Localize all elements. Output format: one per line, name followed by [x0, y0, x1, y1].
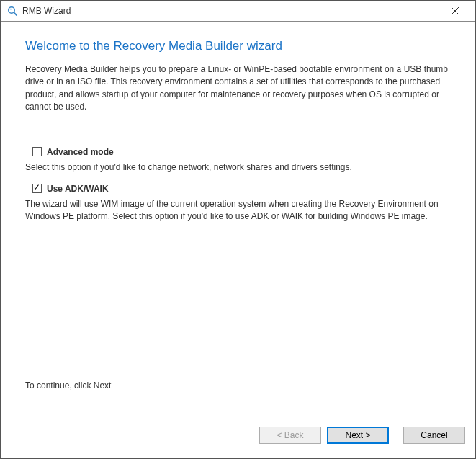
adk-waik-row[interactable]: Use ADK/WAIK [32, 184, 451, 194]
close-button[interactable] [441, 1, 470, 21]
footer: < Back Next > Cancel [1, 411, 475, 458]
app-icon [6, 5, 18, 17]
continue-hint: To continue, click Next [25, 380, 111, 391]
advanced-mode-option: Advanced mode Select this option if you'… [32, 147, 451, 174]
adk-waik-checkbox[interactable] [32, 184, 42, 193]
adk-waik-option: Use ADK/WAIK The wizard will use WIM ima… [32, 184, 451, 223]
adk-waik-description: The wizard will use WIM image of the cur… [25, 198, 451, 223]
adk-waik-label: Use ADK/WAIK [47, 184, 109, 194]
titlebar: RMB Wizard [1, 1, 475, 22]
svg-point-2 [10, 9, 12, 11]
advanced-mode-description: Select this option if you'd like to chan… [25, 161, 451, 174]
cancel-button[interactable]: Cancel [403, 427, 465, 444]
window-title: RMB Wizard [22, 6, 441, 16]
back-button[interactable]: < Back [259, 427, 321, 444]
next-button[interactable]: Next > [327, 427, 389, 444]
intro-text: Recovery Media Builder helps you to prep… [25, 63, 451, 114]
advanced-mode-checkbox[interactable] [32, 147, 42, 156]
close-icon [452, 7, 459, 14]
content-area: Welcome to the Recovery Media Builder wi… [1, 22, 475, 411]
svg-line-1 [14, 12, 17, 15]
page-title: Welcome to the Recovery Media Builder wi… [25, 39, 451, 53]
advanced-mode-label: Advanced mode [47, 147, 114, 157]
advanced-mode-row[interactable]: Advanced mode [32, 147, 451, 157]
